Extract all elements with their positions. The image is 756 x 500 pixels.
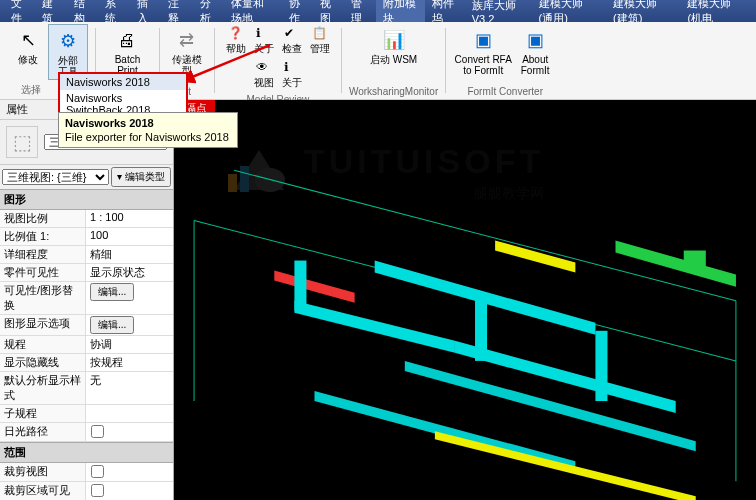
section-extents[interactable]: 范围 <box>0 442 173 463</box>
prop-view_scale[interactable]: 视图比例1 : 100 <box>0 210 173 228</box>
prop-discipline[interactable]: 规程协调 <box>0 336 173 354</box>
viewport-3d[interactable]: /隔点 TUITUISOFT 腿腿教学网 <box>174 100 756 500</box>
properties-grid: 图形 视图比例1 : 100比例值 1:100详细程度精细零件可见性显示原状态可… <box>0 189 173 500</box>
modify-label: 修改 <box>18 54 38 65</box>
tooltip-desc: File exporter for Navisworks 2018 <box>65 131 231 143</box>
prop-display_opt[interactable]: 图形显示选项编辑... <box>0 315 173 336</box>
help-icon: ❓ <box>228 26 244 42</box>
prop-sun_path-checkbox[interactable] <box>91 425 104 438</box>
manage-button[interactable]: 📋管理 <box>306 24 334 58</box>
group-wsm: WorksharingMonitor <box>349 84 438 97</box>
prop-sub_discipline[interactable]: 子规程 <box>0 405 173 423</box>
menu-13[interactable]: 族库大师V3.2 <box>465 0 532 25</box>
menu-bar: 文件建筑结构系统插入注释分析体量和场地协作视图管理附加模块构件坞族库大师V3.2… <box>0 0 756 22</box>
tooltip-title: Navisworks 2018 <box>65 117 231 129</box>
wsm-button[interactable]: 📊 启动 WSM <box>366 24 422 67</box>
help-button[interactable]: ❓帮助 <box>222 24 250 58</box>
section-graphics[interactable]: 图形 <box>0 189 173 210</box>
prop-crop_view[interactable]: 裁剪视图 <box>0 463 173 482</box>
wsm-icon: 📊 <box>380 26 408 54</box>
prop-crop_visible-checkbox[interactable] <box>91 484 104 497</box>
manage-icon: 📋 <box>312 26 328 42</box>
group-select: 选择 <box>21 81 41 97</box>
svg-marker-10 <box>455 341 676 413</box>
transfer-model-button[interactable]: ⇄ 传递模型 <box>167 24 207 78</box>
about-button[interactable]: ℹ关于 <box>250 24 278 58</box>
about-formit-button[interactable]: ▣ About FormIt <box>513 24 557 78</box>
convert-rfa-button[interactable]: ▣ Convert RFA to FormIt <box>453 24 513 78</box>
prop-crop_visible[interactable]: 裁剪区域可见 <box>0 482 173 500</box>
prop-part_vis[interactable]: 零件可见性显示原状态 <box>0 264 173 282</box>
edit-type-button[interactable]: ▾ 编辑类型 <box>111 167 171 187</box>
info-icon: ℹ <box>284 60 300 76</box>
view-button[interactable]: 👁视图 <box>250 58 278 92</box>
info-icon: ℹ <box>256 26 272 42</box>
formit-icon: ▣ <box>469 26 497 54</box>
svg-marker-13 <box>495 240 575 272</box>
batch-print-button[interactable]: 🖨 Batch Print <box>107 24 147 78</box>
group-formit: FormIt Converter <box>467 84 543 97</box>
external-tools-icon: ⚙ <box>54 27 82 55</box>
prop-display_opt-button[interactable]: 编辑... <box>90 316 134 334</box>
prop-show_hidden[interactable]: 显示隐藏线按规程 <box>0 354 173 372</box>
prop-vis_override-button[interactable]: 编辑... <box>90 283 134 301</box>
wsm-label: 启动 WSM <box>370 54 417 65</box>
svg-rect-17 <box>475 301 487 361</box>
prop-crop_view-checkbox[interactable] <box>91 465 104 478</box>
svg-rect-20 <box>684 251 706 269</box>
svg-marker-19 <box>616 240 736 286</box>
tooltip: Navisworks 2018 File exporter for Navisw… <box>58 112 238 148</box>
prop-scale_val[interactable]: 比例值 1:100 <box>0 228 173 246</box>
transfer-icon: ⇄ <box>173 26 201 54</box>
prop-default_style[interactable]: 默认分析显示样式无 <box>0 372 173 405</box>
prop-vis_override[interactable]: 可见性/图形替换编辑... <box>0 282 173 315</box>
svg-rect-16 <box>294 261 306 311</box>
svg-marker-14 <box>435 431 696 500</box>
check-button[interactable]: ✔检查 <box>278 24 306 58</box>
svg-marker-15 <box>274 271 354 303</box>
prop-detail[interactable]: 详细程度精细 <box>0 246 173 264</box>
dropdown-navisworks-2018[interactable]: Navisworks 2018 <box>60 74 186 90</box>
about2-button[interactable]: ℹ关于 <box>278 58 306 92</box>
model-geometry <box>174 100 756 500</box>
view-selector[interactable]: 三维视图: {三维} <box>2 169 109 185</box>
cursor-icon: ↖ <box>14 26 42 54</box>
modify-button[interactable]: ↖ 修改 <box>8 24 48 80</box>
svg-marker-8 <box>294 301 455 353</box>
prop-sun_path[interactable]: 日光路径 <box>0 423 173 442</box>
formit-about-icon: ▣ <box>521 26 549 54</box>
svg-rect-18 <box>595 331 607 401</box>
type-preview-icon: ⬚ <box>6 126 38 158</box>
printer-icon: 🖨 <box>113 26 141 54</box>
view-icon: 👁 <box>256 60 272 76</box>
check-icon: ✔ <box>284 26 300 42</box>
properties-panel: 属性 ⬚ 三维视图 三维视图: {三维} ▾ 编辑类型 图形 视图比例1 : 1… <box>0 100 174 500</box>
